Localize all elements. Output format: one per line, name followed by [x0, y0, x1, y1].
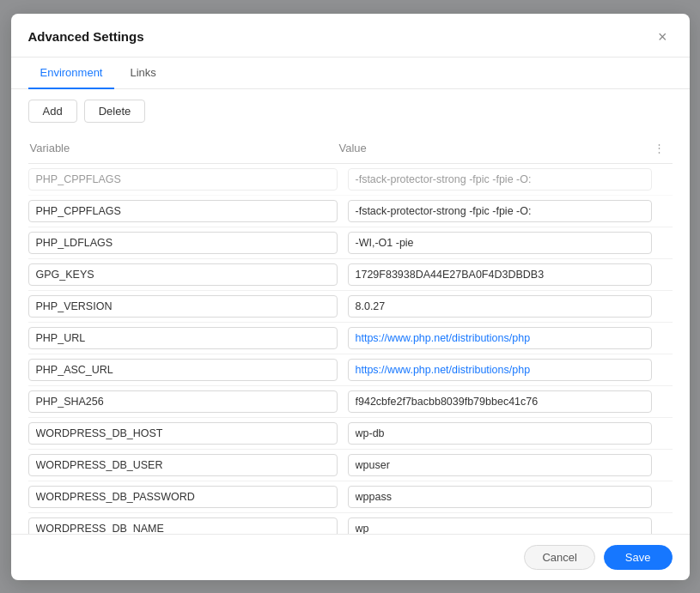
table-row [28, 386, 673, 418]
dots-menu-icon[interactable]: ⋮ [654, 142, 665, 154]
table-row [28, 450, 673, 481]
value-cell [338, 232, 652, 254]
table-row [28, 418, 673, 450]
value-input[interactable] [348, 454, 652, 476]
add-button[interactable]: Add [28, 100, 77, 123]
modal-footer: Cancel Save [11, 534, 690, 580]
value-input[interactable] [348, 263, 652, 286]
variable-input[interactable] [28, 200, 338, 222]
value-input[interactable] [348, 359, 652, 381]
value-cell [338, 454, 652, 476]
value-cell [338, 200, 652, 222]
variable-cell [28, 168, 338, 191]
table-row [28, 323, 673, 354]
delete-button[interactable]: Delete [84, 100, 146, 123]
value-input[interactable] [348, 327, 652, 349]
variable-input[interactable] [28, 454, 338, 476]
table-header: Variable Value ⋮ [28, 133, 673, 164]
value-input[interactable] [348, 422, 652, 445]
modal-header: Advanced Settings × [11, 14, 690, 57]
variable-cell [28, 327, 338, 349]
variable-input[interactable] [28, 263, 338, 286]
variable-input[interactable] [28, 168, 338, 191]
value-cell [338, 517, 652, 534]
table-row [28, 164, 673, 196]
value-cell [338, 168, 652, 191]
value-cell [338, 390, 652, 413]
modal-title: Advanced Settings [28, 29, 144, 44]
variable-cell [28, 295, 338, 318]
variable-input[interactable] [28, 486, 338, 508]
tab-links[interactable]: Links [118, 57, 167, 89]
variable-cell [28, 454, 338, 476]
value-cell [338, 359, 652, 381]
cancel-button[interactable]: Cancel [524, 545, 594, 570]
variable-cell [28, 486, 338, 508]
variable-input[interactable] [28, 517, 338, 534]
table-row [28, 196, 673, 227]
variable-input[interactable] [28, 327, 338, 349]
value-input[interactable] [348, 232, 652, 254]
value-cell [338, 263, 652, 286]
variable-input[interactable] [28, 390, 338, 413]
value-cell [338, 295, 652, 318]
env-table-container: Variable Value ⋮ [11, 133, 690, 534]
table-row [28, 513, 673, 534]
value-input[interactable] [348, 486, 652, 508]
variable-cell [28, 232, 338, 254]
save-button[interactable]: Save [604, 545, 673, 570]
value-input[interactable] [348, 517, 652, 534]
value-input[interactable] [348, 295, 652, 318]
value-input[interactable] [348, 200, 652, 222]
variable-input[interactable] [28, 295, 338, 318]
variable-cell [28, 200, 338, 222]
tab-bar: Environment Links [11, 57, 690, 89]
variable-cell [28, 359, 338, 381]
table-row [28, 354, 673, 386]
variable-input[interactable] [28, 422, 338, 445]
modal-overlay: Advanced Settings × Environment Links Ad… [0, 0, 700, 593]
table-row [28, 227, 673, 259]
table-row [28, 259, 673, 291]
column-header-actions: ⋮ [652, 138, 673, 158]
value-input[interactable] [348, 168, 652, 191]
variable-cell [28, 517, 338, 534]
toolbar: Add Delete [11, 89, 690, 133]
variable-cell [28, 422, 338, 445]
value-cell [338, 422, 652, 445]
variable-cell [28, 263, 338, 286]
tab-environment[interactable]: Environment [28, 57, 115, 89]
column-header-value: Value [338, 138, 652, 158]
value-input[interactable] [348, 390, 652, 413]
close-button[interactable]: × [653, 27, 673, 46]
variable-input[interactable] [28, 359, 338, 381]
advanced-settings-modal: Advanced Settings × Environment Links Ad… [11, 14, 690, 580]
column-header-variable: Variable [28, 138, 338, 158]
table-row [28, 481, 673, 513]
value-cell [338, 327, 652, 349]
table-row [28, 291, 673, 323]
variable-input[interactable] [28, 232, 338, 254]
variable-cell [28, 390, 338, 413]
value-cell [338, 486, 652, 508]
